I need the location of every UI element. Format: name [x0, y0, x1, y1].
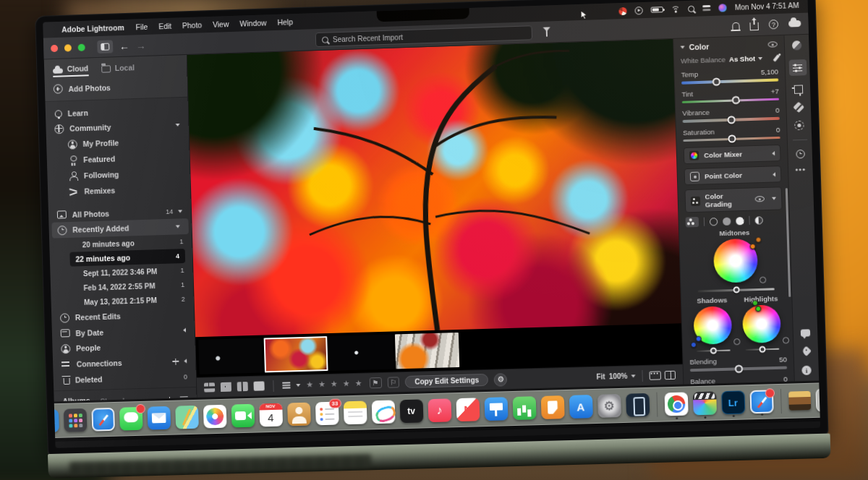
grading-3way-tab[interactable] [686, 217, 699, 228]
chevron-down-icon[interactable] [176, 225, 180, 228]
grading-midtones-tab[interactable] [723, 217, 731, 225]
chrome-icon[interactable] [664, 392, 688, 416]
edit-tool-active[interactable] [788, 59, 807, 76]
view-two-up-icon[interactable] [237, 382, 248, 391]
chevron-down-icon[interactable] [178, 210, 182, 213]
apple-tv-icon[interactable]: tv [399, 399, 423, 423]
keywords-tag-icon[interactable] [801, 346, 811, 356]
view-mosaic-icon[interactable] [204, 382, 215, 392]
slider-knob[interactable] [734, 364, 742, 372]
notifications-bell-icon[interactable] [732, 22, 739, 29]
presets-icon[interactable] [792, 40, 802, 50]
facetime-icon[interactable] [231, 404, 255, 428]
view-grid-icon[interactable] [221, 382, 231, 392]
slider-knob[interactable] [727, 116, 735, 124]
wheel-handle-outer[interactable] [755, 236, 761, 242]
eyedropper-icon[interactable] [773, 54, 780, 61]
iphone-mirroring-icon[interactable] [626, 393, 650, 417]
midtones-luminance-slider[interactable] [698, 288, 775, 292]
filmstrip-thumbnail-moon[interactable] [198, 338, 263, 374]
siri-icon[interactable] [718, 4, 726, 12]
info-icon[interactable]: i [801, 366, 812, 375]
chevron-down-icon[interactable] [296, 384, 300, 387]
slider-knob[interactable] [710, 347, 717, 353]
filmstrip-thumbnail-crescent[interactable] [329, 335, 393, 371]
chevron-down-icon[interactable] [681, 46, 685, 48]
reset-icon[interactable] [733, 338, 740, 345]
eye-icon[interactable] [768, 41, 778, 47]
vibrance-slider[interactable]: Vibrance0 [682, 106, 780, 123]
temp-slider[interactable]: Temp5,100 [681, 67, 779, 84]
back-button[interactable]: ← [119, 40, 129, 51]
comments-icon[interactable] [801, 329, 810, 336]
flag-pick-icon[interactable]: ⚑ [369, 377, 381, 388]
menubar-clock[interactable]: Mon Nov 4 7:51 AM [735, 1, 799, 11]
tint-slider[interactable]: Tint+7 [681, 87, 779, 103]
pages-icon[interactable] [540, 395, 564, 419]
freeform-icon[interactable] [371, 400, 395, 424]
slider-knob[interactable] [712, 77, 720, 85]
crop-icon[interactable] [793, 85, 802, 93]
minimized-window-thumbnail[interactable] [788, 391, 811, 411]
flag-reject-icon[interactable]: ⚐ [387, 377, 399, 387]
filmstrip-toggle-icon[interactable] [649, 371, 660, 380]
wifi-icon[interactable] [671, 6, 680, 12]
view-detail-icon[interactable] [253, 381, 264, 390]
main-photo-autumn-leaves[interactable] [187, 39, 681, 337]
minimize-window-button[interactable] [64, 44, 72, 51]
menu-edit[interactable]: Edit [158, 22, 171, 31]
white-balance-select[interactable]: As Shot [729, 54, 763, 64]
settings-gear-button[interactable]: ⚙ [494, 373, 508, 387]
close-window-button[interactable] [51, 44, 58, 51]
wheel-handle[interactable] [696, 335, 702, 341]
reset-icon[interactable] [759, 277, 765, 283]
lightroom-dock-icon[interactable]: Lr [721, 390, 745, 414]
play-circle-icon[interactable] [635, 7, 643, 14]
star-rating[interactable]: ★ ★ ★ ★ ★ [306, 379, 364, 390]
saturation-slider[interactable]: Saturation0 [683, 125, 780, 142]
trash-dock-icon[interactable] [815, 388, 820, 412]
mail-icon[interactable] [147, 406, 171, 430]
menu-window[interactable]: Window [239, 18, 266, 27]
menu-file[interactable]: File [135, 22, 148, 31]
highlights-luminance-slider[interactable] [746, 348, 780, 351]
slider-knob[interactable] [733, 286, 739, 293]
forward-button[interactable]: → [136, 40, 146, 50]
safari-icon[interactable] [91, 408, 115, 432]
sidebar-item-deleted[interactable]: Deleted 0 [54, 369, 197, 387]
cloud-sync-icon[interactable] [788, 20, 801, 27]
calendar-app-icon[interactable]: NOV 4 [259, 403, 283, 427]
grading-shadows-tab[interactable] [710, 218, 718, 226]
masking-icon[interactable] [794, 121, 804, 130]
sort-icon[interactable] [282, 382, 290, 388]
version-history-icon[interactable] [796, 150, 804, 158]
news-icon[interactable]: N [456, 398, 480, 421]
sidebar-toggle-button[interactable] [97, 40, 113, 53]
zoom-level[interactable]: 100% [609, 372, 628, 381]
notes-icon[interactable] [343, 401, 367, 425]
record-indicator-icon[interactable] [618, 7, 626, 14]
midtones-color-wheel[interactable] [712, 239, 757, 283]
fit-label[interactable]: Fit [596, 372, 605, 380]
music-icon[interactable]: ♪ [427, 398, 451, 422]
search-input[interactable]: Search Recent Import [315, 25, 532, 47]
highlights-color-wheel[interactable] [742, 304, 781, 343]
compare-view-icon[interactable] [665, 370, 676, 379]
keynote-icon[interactable] [484, 397, 508, 421]
numbers-icon[interactable] [512, 396, 536, 420]
blending-slider[interactable]: Blending50 [689, 355, 787, 371]
grading-highlights-tab[interactable] [736, 217, 744, 225]
color-grading-section[interactable]: Color Grading [684, 187, 782, 213]
launchpad-icon[interactable] [63, 408, 87, 432]
maps-icon[interactable] [175, 406, 199, 429]
system-settings-icon[interactable]: ⚙ [597, 394, 621, 418]
slider-knob[interactable] [759, 346, 765, 352]
filmstrip-thumbnail-porch[interactable] [395, 333, 459, 369]
share-icon[interactable] [749, 22, 758, 30]
chevron-left-icon[interactable] [184, 359, 187, 363]
copy-edit-settings-button[interactable]: Copy Edit Settings [405, 374, 488, 388]
point-color-section[interactable]: Point Color [684, 166, 782, 185]
tab-cloud[interactable]: Cloud [53, 64, 89, 77]
video-clapper-app-icon[interactable] [692, 391, 716, 415]
menu-help[interactable]: Help [277, 17, 293, 27]
